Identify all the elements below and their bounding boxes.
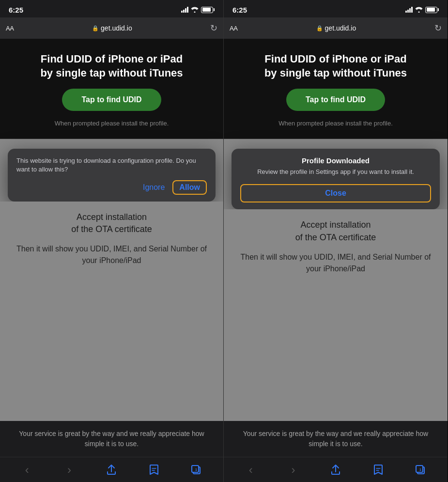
left-body-content: Accept installation of the OTA certifica…	[0, 202, 223, 276]
right-dialog-box: Profile Downloaded Review the profile in…	[232, 149, 440, 209]
left-address-bar: AA 🔒 get.udid.io ↻	[0, 17, 223, 39]
left-aa-button[interactable]: AA	[6, 25, 14, 32]
right-hero-title: Find UDID of iPhone or iPad by single ta…	[264, 52, 407, 80]
right-dialog-title: Profile Downloaded	[240, 156, 431, 165]
right-wifi-icon	[415, 7, 423, 13]
left-prompt-text: When prompted please install the profile…	[55, 120, 169, 129]
right-status-time: 6:25	[232, 6, 247, 14]
right-url-text[interactable]: get.udid.io	[325, 24, 356, 32]
right-forward-button[interactable]: ›	[283, 460, 303, 480]
left-url-container: 🔒 get.udid.io	[18, 24, 206, 32]
right-testimonial-area: Your service is great by the way and we …	[224, 421, 448, 457]
right-bookmarks-button[interactable]	[369, 460, 388, 480]
left-hero-title: Find UDID of iPhone or iPad by single ta…	[40, 52, 183, 80]
left-overlay-area: This website is trying to download a con…	[0, 139, 223, 421]
left-share-button[interactable]	[102, 460, 121, 480]
right-battery-icon	[425, 7, 439, 13]
right-url-container: 🔒 get.udid.io	[242, 24, 431, 32]
right-prompt-text: When prompted please install the profile…	[278, 120, 393, 129]
left-dialog-message: This website is trying to download a con…	[16, 156, 207, 174]
left-tabs-button[interactable]: 1	[186, 460, 206, 480]
left-status-icons	[181, 7, 215, 13]
left-allow-button[interactable]: Allow	[172, 180, 207, 195]
left-tap-button[interactable]: Tap to find UDID	[62, 89, 161, 111]
left-wifi-icon	[191, 7, 199, 13]
right-status-bar: 6:25	[224, 0, 448, 17]
left-forward-button[interactable]: ›	[60, 460, 79, 480]
left-status-time: 6:25	[9, 6, 23, 14]
left-lock-icon: 🔒	[92, 25, 99, 31]
left-body-heading: Accept installation of the OTA certifica…	[12, 211, 212, 235]
right-main-content: Find UDID of iPhone or iPad by single ta…	[224, 39, 448, 457]
left-bookmarks-button[interactable]	[144, 460, 164, 480]
svg-text:1: 1	[419, 468, 421, 471]
right-refresh-button[interactable]: ↻	[434, 23, 442, 33]
svg-text:1: 1	[195, 468, 197, 471]
right-lock-icon: 🔒	[316, 25, 323, 31]
right-phone-panel: 6:25 AA 🔒 get.u	[224, 0, 448, 482]
right-dialog-message: Review the profile in Settings app if yo…	[240, 168, 431, 176]
right-aa-button[interactable]: AA	[230, 25, 238, 32]
left-battery-icon	[201, 7, 215, 13]
right-share-button[interactable]	[326, 460, 345, 480]
left-signal-icon	[181, 7, 188, 13]
left-ignore-button[interactable]: Ignore	[143, 183, 165, 192]
right-signal-icon	[405, 7, 413, 13]
right-back-button[interactable]: ‹	[241, 460, 261, 480]
left-url-text[interactable]: get.udid.io	[101, 24, 132, 32]
left-back-button[interactable]: ‹	[17, 460, 37, 480]
right-testimonial-text: Your service is great by the way and we …	[233, 429, 438, 449]
left-dialog-box: This website is trying to download a con…	[8, 149, 216, 201]
left-body-subtext: Then it will show you UDID, IMEI, and Se…	[12, 243, 212, 266]
right-overlay-area: Profile Downloaded Review the profile in…	[224, 139, 448, 421]
left-phone-panel: 6:25 AA 🔒 get.u	[0, 0, 224, 482]
left-status-bar: 6:25	[0, 0, 223, 17]
right-tabs-button[interactable]: 1	[411, 460, 430, 480]
left-testimonial-area: Your service is great by the way and we …	[0, 421, 223, 457]
left-testimonial-text: Your service is great by the way and we …	[10, 429, 214, 449]
right-address-bar: AA 🔒 get.udid.io ↻	[224, 17, 448, 39]
right-bottom-bar: ‹ › 1	[224, 457, 448, 482]
left-main-content: Find UDID of iPhone or iPad by single ta…	[0, 39, 223, 457]
left-refresh-button[interactable]: ↻	[210, 23, 217, 33]
left-hero-section: Find UDID of iPhone or iPad by single ta…	[0, 39, 223, 139]
right-status-icons	[405, 7, 439, 13]
right-tap-button[interactable]: Tap to find UDID	[286, 89, 385, 111]
right-body-content: Accept installation of the OTA certifica…	[224, 209, 448, 284]
left-dialog-actions: Ignore Allow	[16, 180, 207, 195]
right-body-heading: Accept installation of the OTA certifica…	[235, 219, 436, 243]
right-hero-section: Find UDID of iPhone or iPad by single ta…	[224, 39, 448, 139]
right-body-subtext: Then it will show you UDID, IMEI, and Se…	[235, 251, 436, 275]
right-close-button[interactable]: Close	[240, 184, 431, 202]
left-bottom-bar: ‹ › 1	[0, 457, 223, 482]
